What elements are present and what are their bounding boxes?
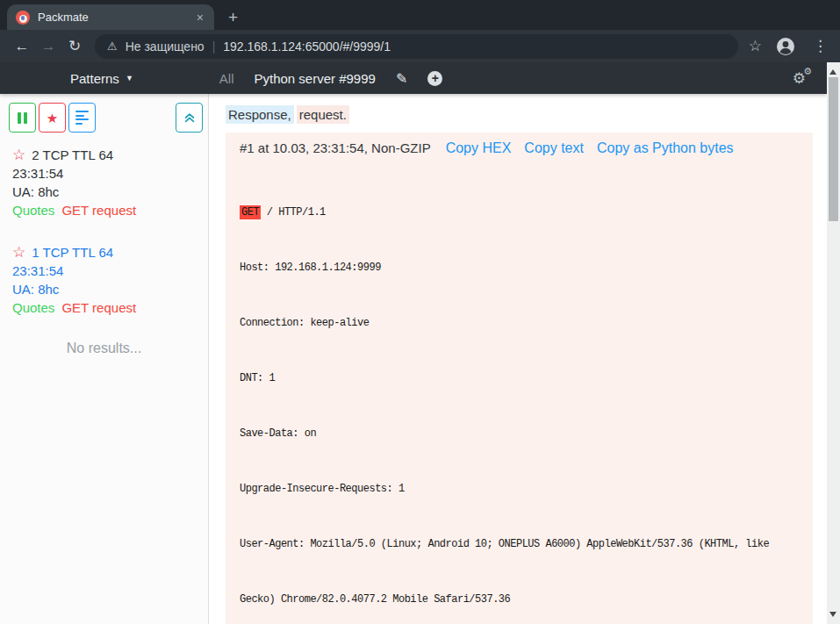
page-scrollbar[interactable] xyxy=(827,62,840,624)
profile-icon xyxy=(776,37,795,56)
page-body: ★ xyxy=(0,94,827,624)
url-separator: | xyxy=(212,39,216,54)
tag-get-request: GET request xyxy=(61,203,136,218)
tag-get-request: GET request xyxy=(61,300,136,315)
tab-python-server[interactable]: Python server #9999 xyxy=(254,71,375,86)
pattern-tabs: All Python server #9999 ✎ + xyxy=(219,70,443,87)
browser-window: Packmate × + ← → ↻ ⚠ Не защищено | 192.1… xyxy=(0,0,840,624)
stream-title: 2 TCP TTL 64 xyxy=(32,146,113,164)
reload-icon[interactable]: ↻ xyxy=(61,39,88,54)
patterns-label: Patterns xyxy=(70,71,119,86)
patterns-dropdown[interactable]: Patterns ▼ xyxy=(70,71,133,86)
scrollbar-thumb[interactable] xyxy=(829,77,838,221)
header-line: Connection: keep-alive xyxy=(240,314,804,333)
url-bar[interactable]: ⚠ Не защищено | 192.168.1.124:65000/#/99… xyxy=(95,34,738,59)
tab-title: Packmate xyxy=(38,11,195,24)
avatar[interactable] xyxy=(776,37,795,56)
packet-title: #1 at 10.03, 23:31:54, Non-GZIP xyxy=(240,140,431,155)
browser-tab-bar: Packmate × + xyxy=(0,0,840,30)
stream-list-item-selected[interactable]: ☆ 1 TCP TTL 64 23:31:54 UA: 8hc QuotesGE… xyxy=(12,243,196,317)
gear-small-icon: ⚙ xyxy=(803,66,812,77)
copy-python-bytes-link[interactable]: Copy as Python bytes xyxy=(597,140,734,156)
align-left-icon xyxy=(75,109,89,127)
header-line: Gecko) Chrome/82.0.4077.2 Mobile Safari/… xyxy=(240,591,804,609)
caret-down-icon: ▼ xyxy=(126,74,133,82)
star-filled-icon: ★ xyxy=(47,111,58,125)
star-outline-icon[interactable]: ☆ xyxy=(12,147,25,162)
bookmark-star-icon[interactable]: ☆ xyxy=(749,37,762,55)
new-tab-button[interactable]: + xyxy=(228,9,238,25)
url-text[interactable]: 192.168.1.124:65000/#/9999/1 xyxy=(223,39,391,54)
stream-list: ☆ 2 TCP TTL 64 23:31:54 UA: 8hc QuotesGE… xyxy=(0,133,208,356)
tab-all[interactable]: All xyxy=(219,71,234,86)
browser-menu-icon[interactable]: ⋮ xyxy=(809,37,831,55)
page: Patterns ▼ All Python server #9999 ✎ + ⚙… xyxy=(0,62,840,624)
packmate-favicon-icon xyxy=(16,11,30,25)
legend-request: request. xyxy=(297,105,349,124)
packet-actions: Copy HEX Copy text Copy as Python bytes xyxy=(446,140,734,156)
page-main: Patterns ▼ All Python server #9999 ✎ + ⚙… xyxy=(0,62,827,624)
chevron-double-up-icon xyxy=(183,111,196,124)
header-line: Save-Data: on xyxy=(240,425,804,443)
copy-text-link[interactable]: Copy text xyxy=(524,140,584,156)
request-payload: GET / HTTP/1.1 Host: 192.168.1.124:9999 … xyxy=(240,167,804,624)
tag-quotes: Quotes xyxy=(12,300,54,315)
settings-gears-icon[interactable]: ⚙ ⚙ xyxy=(793,69,806,88)
request-line: GET / HTTP/1.1 xyxy=(240,204,804,222)
browser-toolbar: ← → ↻ ⚠ Не защищено | 192.168.1.124:6500… xyxy=(0,30,840,62)
favorites-filter-button[interactable]: ★ xyxy=(39,103,66,133)
edit-pencil-icon[interactable]: ✎ xyxy=(396,70,407,87)
scrollbar-up-arrow-icon[interactable] xyxy=(829,69,836,75)
back-icon[interactable]: ← xyxy=(9,39,35,54)
tag-quotes: Quotes xyxy=(12,203,54,218)
list-view-button[interactable] xyxy=(68,103,96,133)
packet-block-request: #1 at 10.03, 23:31:54, Non-GZIP Copy HEX… xyxy=(226,133,813,624)
star-outline-icon[interactable]: ☆ xyxy=(12,245,25,260)
security-label[interactable]: Не защищено xyxy=(126,39,205,54)
stream-time: 23:31:54 xyxy=(12,164,196,183)
stream-ua: UA: 8hc xyxy=(12,280,196,298)
no-results-label: No results... xyxy=(12,341,196,356)
forward-icon[interactable]: → xyxy=(35,39,61,54)
stream-tags: QuotesGET request xyxy=(12,298,196,317)
copy-hex-link[interactable]: Copy HEX xyxy=(446,140,512,156)
http-method-highlight: GET xyxy=(240,205,261,219)
pause-capture-button[interactable] xyxy=(9,103,36,133)
stream-time: 23:31:54 xyxy=(12,262,196,280)
header-line: DNT: 1 xyxy=(240,369,804,388)
color-legend: Response,request. xyxy=(226,107,813,122)
collapse-sidebar-button[interactable] xyxy=(176,103,203,133)
header-line: User-Agent: Mozilla/5.0 (Linux; Android … xyxy=(240,535,804,554)
tab-close-icon[interactable]: × xyxy=(195,11,205,25)
request-line-rest: / HTTP/1.1 xyxy=(261,206,326,219)
stream-ua: UA: 8hc xyxy=(12,183,196,201)
stream-title: 1 TCP TTL 64 xyxy=(32,243,113,262)
app-navbar: Patterns ▼ All Python server #9999 ✎ + ⚙… xyxy=(0,62,827,94)
header-line: Upgrade-Insecure-Requests: 1 xyxy=(240,480,804,498)
packet-content: Response,request. #1 at 10.03, 23:31:54,… xyxy=(209,94,827,624)
add-pattern-icon[interactable]: + xyxy=(427,71,442,86)
header-line: Host: 192.168.1.124:9999 xyxy=(240,259,804,277)
stream-tags: QuotesGET request xyxy=(12,201,196,219)
legend-response: Response, xyxy=(226,105,294,124)
packet-header: #1 at 10.03, 23:31:54, Non-GZIP Copy HEX… xyxy=(240,140,804,156)
browser-tab[interactable]: Packmate × xyxy=(7,4,214,30)
pause-icon xyxy=(18,112,27,124)
stream-list-item[interactable]: ☆ 2 TCP TTL 64 23:31:54 UA: 8hc QuotesGE… xyxy=(12,146,196,219)
scrollbar-down-arrow-icon[interactable] xyxy=(829,612,836,617)
sidebar-controls: ★ xyxy=(0,103,208,133)
not-secure-warning-icon[interactable]: ⚠ xyxy=(107,39,118,53)
toolbar-right: ☆ ⋮ xyxy=(749,37,831,56)
sidebar: ★ xyxy=(0,94,209,624)
